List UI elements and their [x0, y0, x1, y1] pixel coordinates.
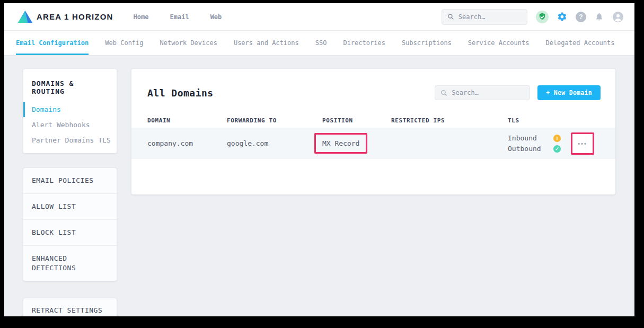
app-canvas: AREA 1 HORIZON Home Email Web [4, 3, 634, 316]
col-domain: DOMAIN [147, 117, 227, 124]
tab-network-devices[interactable]: Network Devices [160, 31, 217, 55]
tls-outbound-row: Outbound ✓ [508, 145, 561, 153]
domain-cell: company.com [147, 139, 227, 147]
config-tabs: Email Configuration Web Config Network D… [4, 31, 634, 56]
tab-directories[interactable]: Directories [343, 31, 385, 55]
search-icon [447, 13, 454, 21]
primary-nav: Home Email Web [134, 13, 222, 21]
global-search[interactable] [442, 9, 527, 25]
domains-search[interactable] [435, 85, 530, 100]
tab-web-config[interactable]: Web Config [105, 31, 143, 55]
col-position: POSITION [322, 117, 391, 124]
settings-gear-icon[interactable] [557, 12, 567, 22]
brand-name: AREA 1 HORIZON [37, 12, 113, 21]
global-search-input[interactable] [458, 13, 522, 21]
table-row: company.com google.com MX Record Inbound… [131, 128, 615, 159]
col-tls: TLS [508, 117, 571, 124]
account-avatar-icon[interactable] [612, 11, 624, 23]
area1-logo-icon [18, 11, 32, 23]
tab-service-accounts[interactable]: Service Accounts [468, 31, 530, 55]
row-actions-menu-button[interactable]: ••• [571, 132, 594, 155]
forwarding-to-cell: google.com [227, 139, 322, 147]
notifications-bell-icon[interactable] [595, 12, 604, 21]
nav-email[interactable]: Email [170, 13, 189, 21]
page-title: All Domains [147, 87, 214, 99]
sidebar-item-email-policies[interactable]: EMAIL POLICIES [23, 168, 117, 193]
email-sections-card: EMAIL POLICIES ALLOW LIST BLOCK LIST ENH… [23, 168, 117, 281]
top-header: AREA 1 HORIZON Home Email Web [4, 3, 634, 31]
sidebar-item-domains[interactable]: Domains [23, 102, 117, 117]
sidebar: DOMAINS & ROUTING Domains Alert Webhooks… [23, 69, 117, 316]
position-cell: MX Record [322, 133, 391, 154]
domains-routing-title: DOMAINS & ROUTING [23, 77, 117, 102]
nav-home[interactable]: Home [134, 13, 149, 21]
sidebar-item-allow-list[interactable]: ALLOW LIST [23, 193, 117, 219]
domains-search-input[interactable] [452, 89, 524, 96]
tab-email-configuration[interactable]: Email Configuration [16, 31, 89, 55]
help-icon[interactable]: ? [576, 12, 586, 22]
panel-header: All Domains + New Domain [131, 69, 615, 100]
position-annotation-box: MX Record [314, 133, 367, 154]
topbar-right: ? [442, 9, 624, 25]
col-restricted-ips: RESTRICTED IPS [391, 117, 508, 124]
tls-inbound-label: Inbound [508, 134, 537, 142]
tab-subscriptions[interactable]: Subscriptions [402, 31, 452, 55]
new-domain-button[interactable]: + New Domain [537, 85, 601, 100]
actions-cell: ••• [571, 132, 603, 155]
sidebar-item-alert-webhooks[interactable]: Alert Webhooks [23, 117, 117, 132]
sidebar-item-block-list[interactable]: BLOCK LIST [23, 219, 117, 245]
table-header-row: DOMAIN FORWARDING TO POSITION RESTRICTED… [131, 113, 615, 128]
verified-shield-icon[interactable] [536, 11, 549, 23]
tls-inbound-row: Inbound ! [508, 134, 561, 142]
more-options-icon: ••• [578, 140, 587, 147]
brand[interactable]: AREA 1 HORIZON [18, 11, 113, 23]
search-icon [440, 89, 447, 97]
col-forwarding-to: FORWARDING TO [227, 117, 322, 124]
sidebar-item-enhanced-detections[interactable]: ENHANCED DETECTIONS [23, 245, 117, 281]
all-domains-panel: All Domains + New Domain DOMAIN FORWARDI… [131, 69, 615, 194]
tab-sso[interactable]: SSO [315, 31, 327, 55]
tls-outbound-label: Outbound [508, 145, 541, 153]
sidebar-item-partner-domains-tls[interactable]: Partner Domains TLS [23, 132, 117, 148]
domains-table: DOMAIN FORWARDING TO POSITION RESTRICTED… [131, 113, 615, 159]
success-status-icon: ✓ [553, 145, 561, 153]
sidebar-item-retract-settings[interactable]: RETRACT SETTINGS [23, 298, 117, 316]
nav-web[interactable]: Web [210, 13, 222, 21]
tls-cell: Inbound ! Outbound ✓ [508, 134, 571, 153]
warning-status-icon: ! [553, 135, 561, 142]
retract-settings-card: RETRACT SETTINGS [23, 298, 117, 316]
tab-users-and-actions[interactable]: Users and Actions [234, 31, 299, 55]
domains-routing-card: DOMAINS & ROUTING Domains Alert Webhooks… [23, 69, 117, 153]
tab-delegated-accounts[interactable]: Delegated Accounts [545, 31, 614, 55]
